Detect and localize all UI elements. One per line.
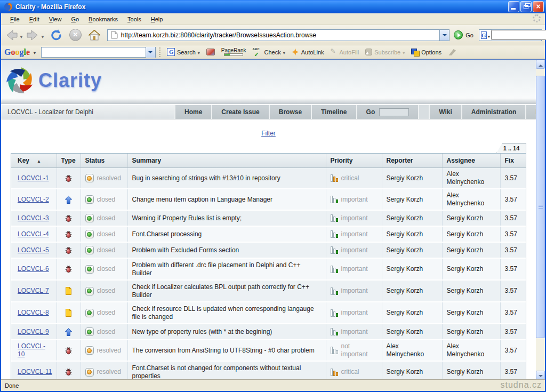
clarity-logo: Clarity xyxy=(1,60,536,96)
url-input[interactable] xyxy=(121,31,439,39)
tab-logout[interactable]: Logout xyxy=(525,105,536,119)
issue-key-link[interactable]: LOCVCL-9 xyxy=(18,328,49,335)
issue-key-link[interactable]: LOCVCL-2 xyxy=(18,196,49,203)
gtoolbar-buttons: SearchPageRankCheckAutoLinkAutoFillSubsc… xyxy=(164,47,459,58)
scroll-down-button[interactable] xyxy=(536,371,545,380)
tab-timeline[interactable]: Timeline xyxy=(311,105,356,119)
go-issue-input[interactable] xyxy=(379,108,409,116)
spellcheck-abc-icon xyxy=(253,48,262,57)
issue-row: LOCVCL-8 xyxy=(11,302,526,324)
tab-wiki[interactable]: Wiki xyxy=(429,105,461,119)
column-header-priority[interactable]: Priority▲ xyxy=(326,154,382,168)
fix-version: 3.57 xyxy=(505,287,517,294)
issue-key-link[interactable]: LOCVCL-3 xyxy=(18,214,49,222)
fix-version: 3.57 xyxy=(505,309,517,316)
google-logo-dropdown-icon[interactable]: ▼ xyxy=(33,51,37,55)
gtoolbar-button-label: PageRank xyxy=(221,48,246,53)
status-dot-icon xyxy=(87,232,92,237)
window-title: Clarity - Mozilla Firefox xyxy=(15,3,508,11)
assignee-name: Sergiy Korzh xyxy=(447,214,484,222)
gtoolbar-subscribe-button: Subscribe xyxy=(362,47,408,57)
priority-important-icon xyxy=(331,246,338,254)
google-search-engine-icon[interactable]: G xyxy=(481,31,487,39)
tab-create-issue[interactable]: Create Issue xyxy=(211,105,268,119)
scrollbar-thumb[interactable] xyxy=(536,76,545,338)
rss-icon xyxy=(365,49,372,55)
reporter-name: Alex Melnychenko xyxy=(387,342,424,358)
google-search-history-dropdown[interactable] xyxy=(146,47,155,58)
scroll-up-button[interactable] xyxy=(536,60,545,69)
dropdown-arrow-icon[interactable] xyxy=(198,49,200,55)
status-dot-icon xyxy=(87,197,92,202)
menu-item-edit[interactable]: Edit xyxy=(25,14,44,24)
go-button[interactable] xyxy=(454,30,463,39)
issue-key-link[interactable]: LOCVCL-1 xyxy=(18,174,49,182)
column-header-assignee[interactable]: Assignee▲ xyxy=(442,154,500,168)
tab-home[interactable]: Home xyxy=(174,105,211,119)
status-resolved-icon xyxy=(85,174,94,182)
column-header-reporter[interactable]: Reporter▲ xyxy=(382,154,442,168)
issue-key-link[interactable]: LOCVCL-6 xyxy=(18,265,49,273)
home-button[interactable] xyxy=(87,28,101,42)
reporter-name: Sergiy Korzh xyxy=(387,287,423,294)
quick-search-input[interactable] xyxy=(491,30,546,40)
gtoolbar-options-button[interactable]: Options xyxy=(408,47,445,57)
reload-button[interactable] xyxy=(50,28,63,42)
issue-row: LOCVCL-6 xyxy=(11,258,526,280)
google-search-input[interactable] xyxy=(42,49,146,56)
search-engine-dropdown-icon[interactable]: ▼ xyxy=(487,35,491,38)
vertical-scrollbar[interactable] xyxy=(536,60,545,380)
issue-key-link[interactable]: LOCVCL-4 xyxy=(18,230,49,238)
status-closed-icon xyxy=(85,246,94,254)
status-label: closed xyxy=(97,328,116,336)
column-header-type[interactable]: Type▲ xyxy=(57,154,81,168)
column-header-key[interactable]: Key▲ xyxy=(11,154,57,168)
gtoolbar-search-button[interactable]: Search xyxy=(164,47,203,57)
filter-link[interactable]: Filter xyxy=(261,130,276,137)
issue-key-link[interactable]: LOCVCL-10 xyxy=(18,342,45,358)
issue-key-link[interactable]: LOCVCL-7 xyxy=(18,287,49,294)
go-button-label[interactable]: Go xyxy=(465,32,473,38)
dropdown-arrow-icon[interactable] xyxy=(403,49,405,55)
tab-browse[interactable]: Browse xyxy=(269,105,311,119)
menu-item-tools[interactable]: Tools xyxy=(123,14,146,24)
issue-key-link[interactable]: LOCVCL-11 xyxy=(18,368,52,375)
google-logo-text[interactable]: Google xyxy=(4,47,30,57)
gtoolbar-autolink-button[interactable]: AutoLink xyxy=(288,47,327,57)
issue-key-link[interactable]: LOCVCL-8 xyxy=(18,309,49,316)
stop-button: ✕ xyxy=(69,29,82,41)
column-header-summary[interactable]: Summary▲ xyxy=(127,154,326,168)
restore-button[interactable] xyxy=(520,1,532,12)
page-content: Clarity LOCVCL - Localizer for Delphi Ho… xyxy=(1,60,536,380)
minimize-button[interactable] xyxy=(508,1,519,12)
close-button[interactable]: × xyxy=(533,1,544,12)
url-dropdown-button[interactable] xyxy=(439,30,449,41)
menu-item-go[interactable]: Go xyxy=(66,14,84,24)
tab-go[interactable]: Go xyxy=(356,105,419,119)
issue-key-link[interactable]: LOCVCL-5 xyxy=(18,246,49,254)
tab-administration[interactable]: Administration xyxy=(461,105,526,119)
reporter-name: Sergiy Korzh xyxy=(387,230,423,238)
dropdown-arrow-icon[interactable] xyxy=(283,49,285,55)
menu-item-bookmarks[interactable]: Bookmarks xyxy=(84,14,123,24)
priority-important-icon xyxy=(331,309,338,317)
reporter-name: Sergiy Korzh xyxy=(387,196,423,203)
menu-item-view[interactable]: View xyxy=(44,14,67,24)
forward-dropdown-icon: ▼ xyxy=(41,35,45,39)
gtoolbar-site-info-button[interactable] xyxy=(203,47,218,57)
status-label: closed xyxy=(97,287,116,295)
column-header-label: Priority xyxy=(331,157,353,164)
priority-important-icon xyxy=(331,328,338,335)
column-header-fix[interactable]: Fix▲ xyxy=(500,154,526,168)
gtoolbar-highlighter-button[interactable] xyxy=(445,47,459,57)
menu-item-help[interactable]: Help xyxy=(146,14,168,24)
pagination-tab[interactable]: 1 .. 14 xyxy=(496,143,526,153)
options-squares-icon xyxy=(411,49,419,55)
gtoolbar-pagerank-button[interactable]: PageRank xyxy=(218,48,250,56)
gtoolbar-check-button[interactable]: Check xyxy=(250,47,288,58)
clarity-logo-text: Clarity xyxy=(38,69,102,92)
menu-item-file[interactable]: File xyxy=(5,14,25,24)
column-header-status[interactable]: Status▲ xyxy=(81,154,127,168)
google-g-icon xyxy=(167,48,175,56)
priority-label: critical xyxy=(341,174,359,182)
